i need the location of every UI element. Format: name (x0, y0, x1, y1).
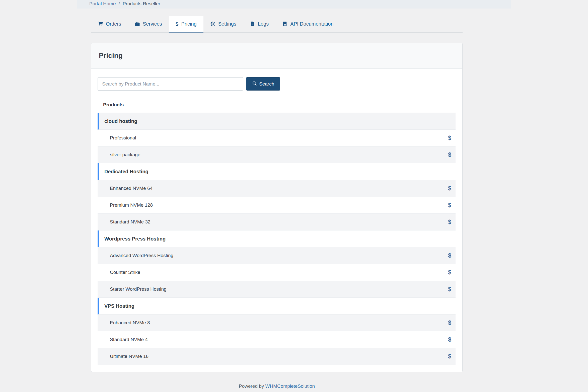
product-group-name: cloud hosting (104, 118, 137, 124)
price-dollar-icon[interactable]: $ (448, 135, 451, 141)
product-group-header: cloud hosting (98, 113, 456, 130)
product-row[interactable]: Starter WordPress Hosting$ (98, 281, 456, 298)
briefcase-icon (135, 21, 140, 27)
product-name: Ultimate NVMe 16 (110, 354, 149, 359)
breadcrumb-bar: Portal Home / Products Reseller (77, 0, 511, 9)
tab-label: Orders (106, 21, 121, 27)
product-name: Advanced WordPress Hosting (110, 253, 173, 258)
product-row[interactable]: Premium NVMe 128$ (98, 197, 456, 214)
price-dollar-icon[interactable]: $ (448, 151, 451, 158)
product-name: Premium NVMe 128 (110, 202, 153, 208)
search-button-label: Search (259, 81, 274, 87)
tab-label: Settings (218, 21, 236, 27)
product-name: Professional (110, 135, 136, 141)
table-rows: cloud hostingProfessional$silver package… (98, 113, 456, 365)
product-name: Starter WordPress Hosting (110, 286, 167, 292)
page-title: Pricing (99, 52, 123, 60)
breadcrumb-current: Products Reseller (123, 1, 160, 7)
dollar-icon: $ (176, 21, 179, 27)
product-name: Counter Strike (110, 270, 140, 275)
tab-label: Pricing (181, 21, 197, 27)
tab-settings[interactable]: Settings (203, 16, 243, 32)
product-group-name: Dedicated Hosting (104, 169, 149, 175)
cart-icon (98, 21, 103, 27)
footer: Powered by WHMCompleteSolution (91, 383, 463, 389)
product-row[interactable]: Advanced WordPress Hosting$ (98, 247, 456, 264)
price-dollar-icon[interactable]: $ (448, 219, 451, 225)
product-row[interactable]: silver package$ (98, 146, 456, 163)
card-header: Pricing (91, 43, 462, 69)
product-name: silver package (110, 152, 140, 158)
tab-bar: OrdersServices$PricingSettingsLogsAPI Do… (91, 16, 463, 33)
price-dollar-icon[interactable]: $ (448, 320, 451, 326)
search-row: Search (98, 77, 456, 91)
price-dollar-icon[interactable]: $ (448, 252, 451, 259)
product-name: Standard NVMe 32 (110, 219, 151, 225)
breadcrumb: Portal Home / Products Reseller (89, 1, 511, 7)
price-dollar-icon[interactable]: $ (448, 269, 451, 276)
tab-orders[interactable]: Orders (91, 16, 128, 32)
product-group-header: VPS Hosting (98, 298, 456, 315)
book-icon (282, 21, 287, 27)
price-dollar-icon[interactable]: $ (448, 202, 451, 209)
tab-label: API Documentation (290, 21, 333, 27)
product-row[interactable]: Counter Strike$ (98, 264, 456, 281)
search-button[interactable]: Search (246, 77, 280, 91)
tab-services[interactable]: Services (128, 16, 169, 32)
price-dollar-icon[interactable]: $ (448, 353, 451, 360)
product-name: Enhanced NVMe 64 (110, 186, 153, 191)
price-dollar-icon[interactable]: $ (448, 336, 451, 343)
dollar-icon: $ (176, 21, 179, 27)
product-name: Enhanced NVMe 8 (110, 320, 150, 326)
product-row[interactable]: Professional$ (98, 130, 456, 146)
powered-by-text: Powered by (239, 383, 264, 389)
pricing-card: Pricing Search Products cloud hostingPro… (91, 43, 463, 372)
price-dollar-icon[interactable]: $ (448, 286, 451, 293)
price-dollar-icon[interactable]: $ (448, 185, 451, 192)
product-group-header: Dedicated Hosting (98, 163, 456, 180)
product-group-header: Wordpress Press Hosting (98, 230, 456, 247)
tab-label: Services (143, 21, 162, 27)
product-row[interactable]: Enhanced NVMe 64$ (98, 180, 456, 197)
tab-pricing[interactable]: $Pricing (169, 16, 203, 32)
product-group-name: Wordpress Press Hosting (104, 236, 166, 242)
table-header: Products (98, 97, 456, 113)
file-icon (250, 21, 255, 27)
tab-api-documentation[interactable]: API Documentation (275, 16, 340, 32)
product-row[interactable]: Standard NVMe 32$ (98, 214, 456, 230)
breadcrumb-portal-home[interactable]: Portal Home (89, 1, 116, 7)
product-row[interactable]: Enhanced NVMe 8$ (98, 315, 456, 331)
tab-label: Logs (258, 21, 269, 27)
product-name: Standard NVMe 4 (110, 337, 148, 342)
tab-logs[interactable]: Logs (243, 16, 275, 32)
product-group-name: VPS Hosting (104, 303, 134, 309)
products-table: Products cloud hostingProfessional$silve… (98, 97, 456, 365)
whmcompletesolution-link[interactable]: WHMCompleteSolution (265, 383, 315, 389)
breadcrumb-separator: / (119, 1, 120, 7)
search-icon (252, 81, 257, 87)
product-row[interactable]: Standard NVMe 4$ (98, 331, 456, 348)
product-row[interactable]: Ultimate NVMe 16$ (98, 348, 456, 365)
gear-icon (210, 21, 215, 27)
card-body: Search Products cloud hostingProfessiona… (91, 69, 462, 372)
search-input[interactable] (98, 77, 243, 91)
